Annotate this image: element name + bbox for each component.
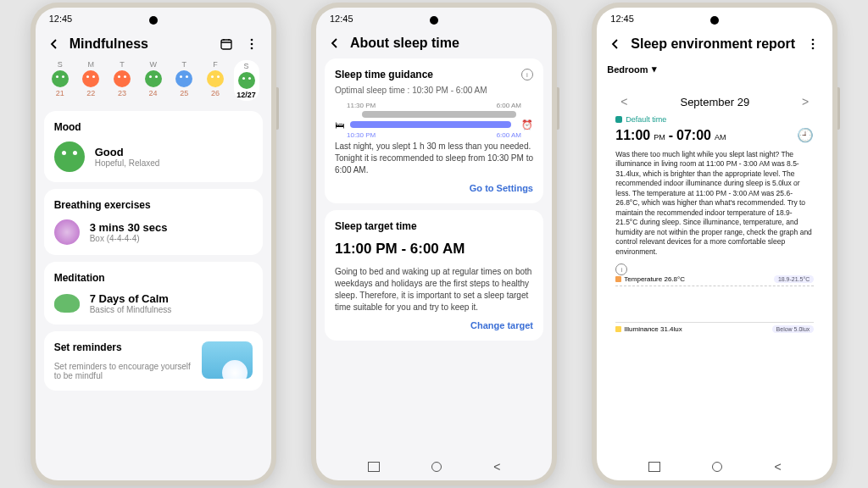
mood-sad-icon (114, 70, 131, 87)
svg-point-4 (812, 39, 815, 42)
svg-point-2 (250, 43, 253, 46)
badge-dot-icon (615, 116, 622, 123)
meditation-icon (54, 294, 80, 313)
target-time: 11:00 PM - 6:00 AM (335, 241, 533, 258)
svg-point-5 (812, 43, 815, 46)
breathing-type: Box (4-4-4-4) (90, 234, 168, 243)
mood-sad-icon (82, 70, 99, 87)
change-target-link[interactable]: Change target (335, 320, 533, 330)
nav-recents[interactable] (648, 462, 660, 472)
info-icon[interactable]: i (615, 263, 627, 275)
temp-swatch-icon (615, 276, 621, 282)
header: Mindfulness (36, 30, 271, 60)
temp-legend: Temperature 26.8°C (615, 275, 685, 283)
report-date: September 29 (680, 96, 749, 108)
prev-day[interactable]: < (615, 95, 632, 108)
nav-home[interactable] (431, 462, 442, 472)
mood-title: Mood (54, 121, 253, 133)
next-day[interactable]: > (797, 95, 814, 108)
svg-rect-0 (221, 40, 231, 49)
meditation-sub: Basics of Mindfulness (90, 305, 172, 314)
back-button[interactable] (326, 35, 343, 52)
page-title: Mindfulness (70, 36, 210, 52)
calendar-icon[interactable] (217, 35, 236, 53)
day-sat-today[interactable]: S12/27 (234, 60, 259, 101)
breathing-card[interactable]: Breathing exercises 3 mins 30 secsBox (4… (44, 189, 263, 255)
reminders-desc: Set reminders to encourage yourself to b… (54, 362, 195, 380)
camera-cutout (149, 16, 158, 25)
target-card: Sleep target time 11:00 PM - 6:00 AM Goi… (325, 210, 543, 341)
room-selector[interactable]: Bedroom▾ (605, 60, 824, 80)
mood-happy-icon (145, 70, 162, 87)
day-thu[interactable]: T25 (171, 60, 197, 101)
header: About sleep time (316, 30, 552, 58)
camera-cutout (430, 16, 438, 25)
mood-value: Good (95, 146, 160, 158)
content: Bedroom▾ < September 29 > Default time 1… (597, 60, 832, 453)
more-icon[interactable] (804, 35, 822, 53)
status-time: 12:45 (610, 14, 634, 24)
env-description: Was there too much light while you slept… (615, 150, 814, 257)
mood-good-icon (54, 141, 85, 172)
bed-icon: 🛏 (335, 119, 344, 130)
illum-swatch-icon (615, 326, 621, 332)
mood-tags: Hopeful, Relaxed (95, 158, 160, 168)
day-fri[interactable]: F26 (203, 60, 228, 101)
nav-bar: < (316, 453, 552, 480)
mood-happy-icon (52, 70, 69, 87)
day-wed[interactable]: W24 (141, 60, 166, 101)
page-title: About sleep time (350, 36, 542, 51)
illum-legend: Illuminance 31.4lux (615, 325, 682, 333)
info-icon[interactable]: i (521, 69, 533, 80)
nav-recents[interactable] (368, 462, 380, 472)
meditation-card[interactable]: Meditation 7 Days of CalmBasics of Mindf… (44, 262, 263, 324)
mood-happy-icon (238, 72, 255, 89)
alarm-icon: ⏰ (521, 119, 533, 130)
day-mon[interactable]: M22 (78, 60, 103, 101)
back-button[interactable] (46, 36, 63, 53)
status-time: 12:45 (330, 14, 353, 24)
reminders-title: Set reminders (54, 341, 195, 353)
history-icon[interactable]: 🕘 (797, 127, 814, 143)
content: S21 M22 T23 W24 T25 F26 S12/27 Mood Good… (36, 60, 271, 480)
target-title: Sleep target time (335, 220, 533, 232)
sleep-timeline: 11:30 PM6:00 AM 🛏 ⏰ 10:30 PM6:00 AM (335, 102, 533, 136)
nav-back[interactable]: < (774, 460, 781, 474)
screen: 12:45 About sleep time Sleep time guidan… (316, 8, 552, 480)
back-button[interactable] (607, 36, 624, 53)
breathing-title: Breathing exercises (54, 199, 253, 211)
guidance-title: Sleep time guidance (335, 69, 433, 80)
actual-bar (362, 111, 516, 118)
nav-home[interactable] (712, 462, 722, 472)
more-icon[interactable] (242, 35, 261, 53)
svg-point-1 (250, 39, 253, 42)
guidance-card: Sleep time guidance i Optimal sleep time… (325, 58, 543, 203)
optimal-time: Optimal sleep time : 10:30 PM - 6:00 AM (335, 86, 533, 95)
phone-environment: 12:45 Sleep environment report Bedroom▾ … (592, 3, 837, 485)
day-sun[interactable]: S21 (47, 60, 73, 101)
settings-link[interactable]: Go to Settings (335, 183, 533, 193)
guidance-desc: Last night, you slept 1 h 30 m less than… (335, 141, 533, 176)
target-desc: Going to bed and waking up at regular ti… (335, 266, 533, 313)
page-title: Sleep environment report (631, 36, 797, 52)
meditation-title: Meditation (54, 272, 253, 284)
svg-point-6 (812, 47, 815, 50)
breathing-icon (54, 219, 80, 245)
nav-back[interactable]: < (493, 460, 500, 474)
mood-neutral-icon (175, 70, 192, 87)
mood-calm-icon (207, 70, 224, 87)
mood-card[interactable]: Mood GoodHopeful, Relaxed (44, 111, 263, 182)
content: Sleep time guidance i Optimal sleep time… (316, 58, 552, 453)
camera-cutout (710, 16, 719, 25)
reminders-card[interactable]: Set reminders Set reminders to encourage… (44, 331, 263, 391)
chevron-down-icon: ▾ (652, 64, 657, 75)
dandelion-image (202, 341, 253, 379)
week-strip: S21 M22 T23 W24 T25 F26 S12/27 (44, 60, 263, 104)
default-badge: Default time (615, 115, 814, 124)
env-chart: i Temperature 26.8°C 18.9-21.5°C Illumin… (615, 263, 814, 333)
breathing-duration: 3 mins 30 secs (90, 221, 168, 234)
status-time: 12:45 (49, 14, 73, 24)
day-tue[interactable]: T23 (109, 60, 135, 101)
nav-bar: < (597, 453, 832, 480)
illum-range-pill: Below 5.0lux (772, 325, 815, 333)
